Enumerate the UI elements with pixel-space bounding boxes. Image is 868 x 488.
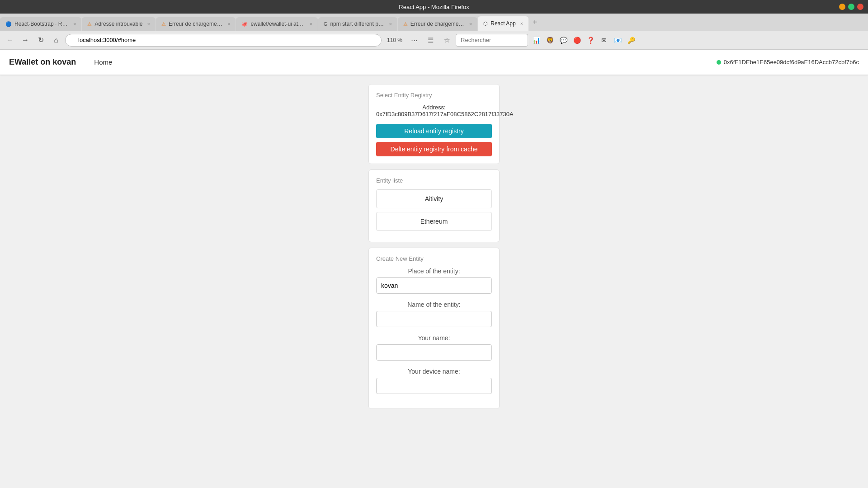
tab-label: Erreur de chargement de... bbox=[410, 21, 465, 27]
address-section: Address: 0x7fD3c809B37D617f217aF08C5862C… bbox=[376, 104, 492, 117]
entity-list-item-1[interactable]: Ethereum bbox=[376, 212, 492, 231]
tab-label: Erreur de chargement de... bbox=[169, 21, 223, 27]
search-input[interactable] bbox=[456, 34, 528, 47]
form-input-0[interactable] bbox=[376, 277, 492, 294]
bookmark-icon[interactable]: ☆ bbox=[440, 34, 453, 47]
url-input[interactable] bbox=[65, 34, 382, 47]
ext-icon-8[interactable]: 🔑 bbox=[626, 35, 637, 46]
toolbar-icons: ⋯ ☰ ☆ bbox=[408, 34, 453, 47]
select-entity-registry-card: Select Entity Registry Address: 0x7fD3c8… bbox=[368, 84, 500, 164]
delete-entity-registry-button[interactable]: Delte entity registry from cache bbox=[376, 142, 492, 156]
app-navbar: EWallet on kovan Home 0x6fF1DEbe1E65ee09… bbox=[0, 50, 868, 75]
entity-liste-card: Entity liste AitivityEthereum bbox=[368, 169, 500, 242]
form-group-2: Your name: bbox=[376, 334, 492, 361]
wallet-status-dot bbox=[717, 60, 721, 65]
wallet-address-display: 0x6fF1DEbe1E65ee09dcf6d9aE16DAccb72cbf7b… bbox=[717, 59, 859, 66]
tab-close-button[interactable]: × bbox=[227, 21, 230, 27]
forward-button[interactable]: → bbox=[19, 34, 32, 47]
tab-close-button[interactable]: × bbox=[520, 21, 523, 26]
create-new-entity-title: Create New Entity bbox=[376, 255, 492, 262]
browser-window: React App - Mozilla Firefox 🔵React-Boots… bbox=[0, 0, 868, 488]
form-group-3: Your device name: bbox=[376, 368, 492, 394]
reader-icon[interactable]: ☰ bbox=[424, 34, 437, 47]
ext-icon-1[interactable]: 📊 bbox=[531, 35, 542, 46]
tab-favicon: 🐙 bbox=[241, 21, 248, 27]
app-brand: EWallet on kovan bbox=[9, 57, 76, 67]
browser-tab-tab6[interactable]: ⚠Erreur de chargement de...× bbox=[398, 17, 477, 31]
back-button[interactable]: ← bbox=[4, 34, 16, 47]
window-controls bbox=[839, 4, 863, 10]
tab-close-button[interactable]: × bbox=[469, 21, 472, 27]
ext-icon-7[interactable]: 📧 bbox=[612, 35, 623, 46]
address-bar: ← → ↻ ⌂ 🔒 110 % ⋯ ☰ ☆ 📊 🦁 💬 🔴 ❓ ✉ 📧 🔑 bbox=[0, 31, 868, 50]
address-value: 0x7fD3c809B37D617f217aF08C5862C2817f3373… bbox=[376, 111, 514, 117]
browser-tab-tab3[interactable]: ⚠Erreur de chargement de...× bbox=[156, 17, 236, 31]
close-button[interactable] bbox=[857, 4, 863, 10]
browser-tab-tab1[interactable]: 🔵React-Bootstrap · React...× bbox=[0, 17, 81, 31]
window-title: React App - Mozilla Firefox bbox=[399, 4, 469, 10]
tab-label: npm start different port... bbox=[330, 21, 384, 27]
form-input-2[interactable] bbox=[376, 344, 492, 361]
wallet-address-text: 0x6fF1DEbe1E65ee09dcf6d9aE16DAccb72cbf7b… bbox=[724, 59, 859, 66]
extension-icons: 📊 🦁 💬 🔴 ❓ ✉ 📧 🔑 bbox=[531, 35, 637, 46]
reload-entity-registry-button[interactable]: Reload entity registry bbox=[376, 124, 492, 138]
entity-list-item-0[interactable]: Aitivity bbox=[376, 189, 492, 208]
form-group-1: Name of the entity: bbox=[376, 301, 492, 327]
ext-icon-6[interactable]: ✉ bbox=[599, 35, 609, 46]
tab-favicon: G bbox=[324, 21, 328, 27]
tab-close-button[interactable]: × bbox=[147, 21, 150, 27]
main-content: Select Entity Registry Address: 0x7fD3c8… bbox=[0, 75, 868, 423]
tab-close-button[interactable]: × bbox=[309, 21, 312, 27]
tab-favicon: 🔵 bbox=[5, 21, 12, 27]
ext-icon-3[interactable]: 💬 bbox=[558, 35, 569, 46]
ext-icon-5[interactable]: ❓ bbox=[585, 35, 596, 46]
tab-favicon: ⬡ bbox=[483, 21, 488, 27]
tab-bar: 🔵React-Bootstrap · React...×⚠Adresse int… bbox=[0, 14, 868, 31]
new-tab-button[interactable]: + bbox=[529, 18, 541, 27]
minimize-button[interactable] bbox=[839, 4, 845, 10]
reload-button[interactable]: ↻ bbox=[34, 34, 47, 47]
browser-tab-tab4[interactable]: 🐙ewallet/ewallet-ui at ma...× bbox=[236, 17, 317, 31]
tab-favicon: ⚠ bbox=[87, 21, 92, 27]
create-entity-form: Place of the entity:Name of the entity:Y… bbox=[376, 267, 492, 394]
form-input-1[interactable] bbox=[376, 311, 492, 327]
select-entity-registry-title: Select Entity Registry bbox=[376, 92, 492, 99]
tab-close-button[interactable]: × bbox=[389, 21, 392, 27]
ext-icon-2[interactable]: 🦁 bbox=[544, 35, 555, 46]
browser-tab-tab7[interactable]: ⬡React App× bbox=[478, 16, 528, 31]
tab-favicon: ⚠ bbox=[403, 21, 408, 27]
form-input-3[interactable] bbox=[376, 378, 492, 394]
form-label-1: Name of the entity: bbox=[376, 301, 492, 308]
tab-favicon: ⚠ bbox=[161, 21, 166, 27]
url-bar-wrapper: 🔒 bbox=[65, 34, 382, 47]
form-label-2: Your name: bbox=[376, 334, 492, 342]
more-tools-icon[interactable]: ⋯ bbox=[408, 34, 420, 47]
browser-tab-tab5[interactable]: Gnpm start different port...× bbox=[318, 17, 397, 31]
nav-link-home[interactable]: Home bbox=[90, 58, 117, 66]
browser-tab-tab2[interactable]: ⚠Adresse introuvable× bbox=[82, 17, 156, 31]
address-label: Address: bbox=[422, 104, 445, 111]
form-group-0: Place of the entity: bbox=[376, 267, 492, 294]
tab-label: Adresse introuvable bbox=[94, 21, 142, 27]
entity-liste-title: Entity liste bbox=[376, 177, 492, 184]
form-label-3: Your device name: bbox=[376, 368, 492, 375]
tab-label: ewallet/ewallet-ui at ma... bbox=[250, 21, 305, 27]
tab-label: React-Bootstrap · React... bbox=[14, 21, 69, 27]
title-bar: React App - Mozilla Firefox bbox=[0, 0, 868, 14]
create-new-entity-card: Create New Entity Place of the entity:Na… bbox=[368, 248, 500, 409]
zoom-level: 110 % bbox=[384, 37, 405, 43]
tab-label: React App bbox=[491, 20, 515, 27]
entity-list-container: AitivityEthereum bbox=[376, 189, 492, 231]
form-label-0: Place of the entity: bbox=[376, 267, 492, 275]
maximize-button[interactable] bbox=[848, 4, 854, 10]
ext-icon-4[interactable]: 🔴 bbox=[571, 35, 582, 46]
home-button[interactable]: ⌂ bbox=[50, 34, 62, 47]
sections-wrapper: Select Entity Registry Address: 0x7fD3c8… bbox=[303, 84, 565, 414]
tab-close-button[interactable]: × bbox=[73, 21, 76, 27]
